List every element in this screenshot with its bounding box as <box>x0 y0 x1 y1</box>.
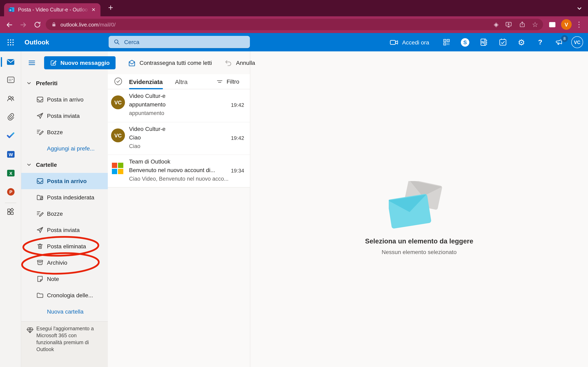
sign-in-link[interactable]: Accedi ora <box>402 39 429 45</box>
sender-avatar: VC <box>111 95 125 109</box>
rail-excel-icon[interactable]: X <box>0 165 21 181</box>
browser-tab-strip: o Posta - Video Cultur-e - Outloo ✕ + <box>0 0 588 16</box>
folder-item-bozze[interactable]: Bozze <box>21 206 108 222</box>
folder-item-label: Posta indesiderata <box>47 194 94 201</box>
add-favorite-link[interactable]: Aggiungi ai prefe... <box>21 140 108 157</box>
folder-section-label: Preferiti <box>36 80 58 86</box>
send-icon <box>36 112 44 120</box>
browser-tab[interactable]: o Posta - Video Cultur-e - Outloo ✕ <box>4 3 100 16</box>
screen: o Posta - Video Cultur-e - Outloo ✕ + ou… <box>0 0 588 367</box>
folder-section-label: Cartelle <box>36 161 57 168</box>
app-launcher-icon[interactable] <box>0 33 21 51</box>
browser-menu-icon[interactable]: ⋮ <box>574 18 584 31</box>
my-day-icon[interactable] <box>496 33 509 51</box>
tab-close-icon[interactable]: ✕ <box>90 6 97 13</box>
folder-item-bozze[interactable]: Bozze <box>21 124 108 140</box>
message-row-1[interactable]: VC Video Cultur-e appuntamento appuntame… <box>108 89 250 122</box>
mark-all-read-button[interactable]: Contrassegna tutti come letti <box>128 59 212 67</box>
browser-profile-avatar[interactable]: V <box>561 19 572 30</box>
folder-item-posta-eliminata[interactable]: Posta eliminata <box>21 238 108 254</box>
tab-focused[interactable]: Evidenziata <box>129 74 163 89</box>
rail-attachments-icon[interactable] <box>0 109 21 125</box>
undo-button[interactable]: Annulla <box>224 59 255 67</box>
message-row-2[interactable]: VC Video Cultur-e Ciao Ciao 19:42 <box>108 122 250 155</box>
app-rail: W X P <box>0 51 21 367</box>
meet-now-icon[interactable] <box>388 33 401 51</box>
extensions-icon[interactable]: ◈ <box>494 21 498 28</box>
search-placeholder: Cerca <box>124 39 139 45</box>
onenote-icon[interactable]: N <box>477 33 490 51</box>
rail-mail-icon[interactable] <box>0 54 21 70</box>
tabstrip-chevron-icon[interactable] <box>577 6 582 11</box>
command-bar: Nuovo messaggio Contrassegna tutti come … <box>21 51 588 74</box>
folder-item-posta-inviata[interactable]: Posta inviata <box>21 222 108 238</box>
rail-todo-icon[interactable] <box>0 127 21 143</box>
compose-icon <box>50 59 57 66</box>
svg-text:o: o <box>9 8 11 12</box>
message-sender: Team di Outlook <box>129 158 170 165</box>
select-all-icon[interactable] <box>114 77 122 86</box>
new-message-button[interactable]: Nuovo messaggio <box>44 56 115 69</box>
hamburger-menu-icon[interactable] <box>25 56 39 70</box>
outlook-header: Outlook Cerca Accedi ora S N ⚙ ? <box>0 33 588 51</box>
chevron-down-icon[interactable] <box>26 162 31 167</box>
folder-item-posta-in-arrivo[interactable]: Posta in arrivo <box>21 173 108 189</box>
message-list-pane: Evidenziata Altra Filtro VC Video Cultur… <box>108 51 250 367</box>
folder-item-archivio[interactable]: Archivio <box>21 254 108 271</box>
reading-pane: Seleziona un elemento da leggere Nessun … <box>250 51 588 367</box>
folder-item-posta-indesiderata[interactable]: Posta indesiderata <box>21 189 108 206</box>
open-envelope-icon <box>128 59 136 67</box>
svg-text:S: S <box>463 39 467 45</box>
side-panel-icon[interactable] <box>548 20 557 29</box>
search-input[interactable]: Cerca <box>109 36 250 48</box>
folder-item-note[interactable]: Note <box>21 271 108 287</box>
rail-powerpoint-icon[interactable]: P <box>0 184 21 200</box>
inbox-icon <box>36 177 44 185</box>
skype-icon[interactable]: S <box>458 33 472 51</box>
forward-icon[interactable] <box>17 18 29 31</box>
empty-state-title: Seleziona un elemento da leggere <box>365 237 473 245</box>
help-icon[interactable]: ? <box>534 33 547 51</box>
upgrade-banner[interactable]: Esegui l'aggiornamento a Microsoft 365 c… <box>21 321 108 367</box>
send-icon <box>36 226 44 234</box>
chevron-down-icon[interactable] <box>26 81 31 86</box>
qr-code-icon[interactable] <box>440 33 453 51</box>
folder-item-label: Posta eliminata <box>47 243 86 250</box>
folder-link-label: Aggiungi ai prefe... <box>47 145 95 152</box>
message-row-3[interactable]: Team di Outlook Benvenuto nel nuovo acco… <box>108 155 250 187</box>
tab-other[interactable]: Altra <box>175 78 188 85</box>
rail-more-apps-icon[interactable] <box>0 203 21 220</box>
message-time: 19:42 <box>231 135 244 141</box>
message-time: 19:34 <box>231 167 244 174</box>
account-avatar[interactable]: VC <box>571 36 583 48</box>
folder-section-preferiti[interactable]: Preferiti <box>21 75 108 91</box>
message-time: 19:42 <box>231 102 244 108</box>
install-app-icon[interactable] <box>505 21 512 28</box>
address-bar[interactable]: outlook.live.com/mail/0/ ◈ ☆ <box>46 19 543 30</box>
reload-icon[interactable] <box>31 18 43 31</box>
filter-button[interactable]: Filtro <box>216 74 239 89</box>
settings-gear-icon[interactable]: ⚙ <box>515 33 528 51</box>
svg-text:X: X <box>9 171 12 176</box>
folder-item-cronologia-delle[interactable]: Cronologia delle... <box>21 287 108 303</box>
folder-item-posta-inviata[interactable]: Posta inviata <box>21 108 108 124</box>
folder-icon <box>36 291 44 299</box>
new-folder-link[interactable]: Nuova cartella <box>21 303 108 320</box>
folder-item-label: Note <box>47 276 59 282</box>
new-tab-button[interactable]: + <box>105 2 116 13</box>
folder-pane: Preferiti Posta in arrivo Posta inviata … <box>21 51 108 367</box>
rail-people-icon[interactable] <box>0 90 21 106</box>
back-icon[interactable] <box>3 18 16 31</box>
message-preview: appuntamento <box>129 110 164 116</box>
bookmark-star-icon[interactable]: ☆ <box>532 20 538 29</box>
folder-item-label: Posta in arrivo <box>47 96 84 103</box>
whats-new-icon[interactable]: 8 <box>553 33 566 51</box>
main-content: W X P Preferiti Posta in arrivo Posta in… <box>0 51 588 367</box>
folder-item-posta-in-arrivo[interactable]: Posta in arrivo <box>21 91 108 108</box>
folder-section-cartelle[interactable]: Cartelle <box>21 157 108 173</box>
rail-word-icon[interactable]: W <box>0 146 21 162</box>
filter-icon <box>216 78 223 85</box>
trash-icon <box>36 242 44 250</box>
share-icon[interactable] <box>519 21 526 28</box>
rail-calendar-icon[interactable] <box>0 71 21 88</box>
